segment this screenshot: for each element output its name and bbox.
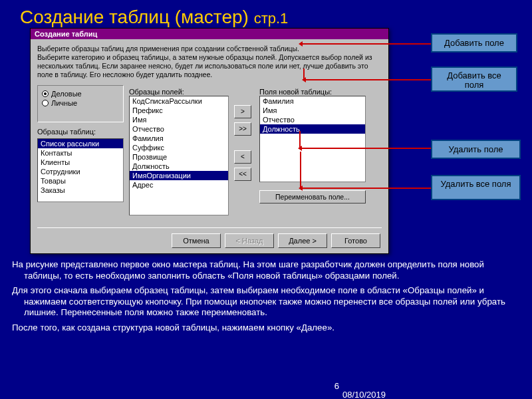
title-main: Создание таблиц (мастер) [20, 7, 249, 27]
list-item[interactable]: Должность [260, 124, 365, 134]
list-item[interactable]: Имя [130, 115, 228, 124]
radio-business-label: Деловые [51, 90, 82, 98]
table-wizard-dialog: Создание таблиц Выберите образцы таблиц … [30, 28, 389, 254]
arrow-icon [303, 79, 431, 80]
arrow-segment [303, 68, 305, 80]
list-item[interactable]: Прозвище [130, 152, 228, 162]
separator [37, 227, 382, 228]
radio-personal-label: Личные [51, 99, 77, 107]
list-item[interactable]: Суффикс [130, 143, 228, 152]
sample-fields-listbox[interactable]: КодСпискаРассылкиПрефиксИмяОтчествоФамил… [129, 96, 229, 215]
slide-date: 08/10/2019 [342, 390, 386, 399]
list-item[interactable]: Заказы [38, 186, 123, 195]
arrow-icon [299, 148, 431, 149]
cancel-button[interactable]: Отмена [172, 233, 221, 248]
back-button[interactable]: < Назад [225, 233, 274, 248]
list-item[interactable]: КодСпискаРассылки [130, 96, 228, 106]
callout-remove-all-fields: Удалить все поля [431, 175, 521, 200]
add-all-fields-button[interactable]: >> [234, 122, 251, 136]
list-item[interactable]: Сотрудники [38, 167, 123, 176]
paragraph-3: После того, как создана структура новой … [12, 323, 520, 334]
category-radio-group: Деловые Личные [37, 85, 124, 122]
remove-field-button[interactable]: < [234, 150, 251, 164]
list-item[interactable]: Товары [38, 176, 123, 186]
sample-tables-listbox[interactable]: Список рассылкиКонтактыКлиентыСотрудники… [37, 138, 124, 202]
slide-number: 6 [334, 381, 339, 391]
arrow-segment [299, 131, 301, 149]
list-item[interactable]: Список рассылки [38, 139, 123, 148]
list-item[interactable]: Должность [130, 162, 228, 171]
add-field-button[interactable]: > [234, 105, 251, 118]
list-item[interactable]: Клиенты [38, 158, 123, 167]
list-item[interactable]: Имя [260, 106, 365, 115]
paragraph-1: На рисунке представлено первое окно маст… [12, 259, 520, 281]
radio-dot-icon [42, 100, 49, 106]
callout-add-field: Добавить поле [431, 33, 517, 53]
arrow-segment [300, 152, 301, 189]
list-item[interactable]: Фамилия [260, 96, 365, 106]
newfields-label: Поля новой таблицы: [259, 88, 366, 96]
callout-remove-field: Удалить поле [431, 140, 521, 159]
paragraph-2: Для этого сначала выбираем образец табли… [12, 285, 520, 319]
radio-personal[interactable]: Личные [42, 99, 119, 107]
new-table-fields-listbox[interactable]: ФамилияИмяОтчествоДолжность [259, 96, 366, 182]
next-button[interactable]: Далее > [278, 233, 327, 248]
rename-field-button[interactable]: Переименовать поле... [259, 190, 366, 203]
arrow-icon [300, 43, 431, 45]
remove-all-fields-button[interactable]: << [234, 168, 251, 181]
title-sub: стр.1 [254, 10, 289, 27]
slide-body-text: На рисунке представлено первое окно маст… [12, 259, 520, 338]
dialog-titlebar: Создание таблиц [31, 29, 388, 39]
list-item[interactable]: ИмяОрганизации [130, 171, 228, 180]
radio-business[interactable]: Деловые [42, 90, 119, 98]
dialog-intro: Выберите образцы таблиц для применения п… [37, 45, 382, 80]
list-item[interactable]: Отчество [130, 124, 228, 134]
finish-button[interactable]: Готово [331, 233, 380, 248]
callout-add-all-fields: Добавить все поля [431, 66, 517, 92]
radio-dot-icon [42, 90, 49, 97]
tables-label: Образцы таблиц: [37, 128, 124, 136]
list-item[interactable]: Контакты [38, 148, 123, 158]
slide-title: Создание таблиц (мастер) стр.1 [0, 0, 532, 31]
list-item[interactable]: Фамилия [130, 134, 228, 143]
arrow-icon [300, 188, 431, 189]
list-item[interactable]: Отчество [260, 115, 365, 124]
fields-label: Образцы полей: [129, 88, 229, 96]
list-item[interactable]: Адрес [130, 180, 228, 190]
list-item[interactable]: Префикс [130, 106, 228, 115]
